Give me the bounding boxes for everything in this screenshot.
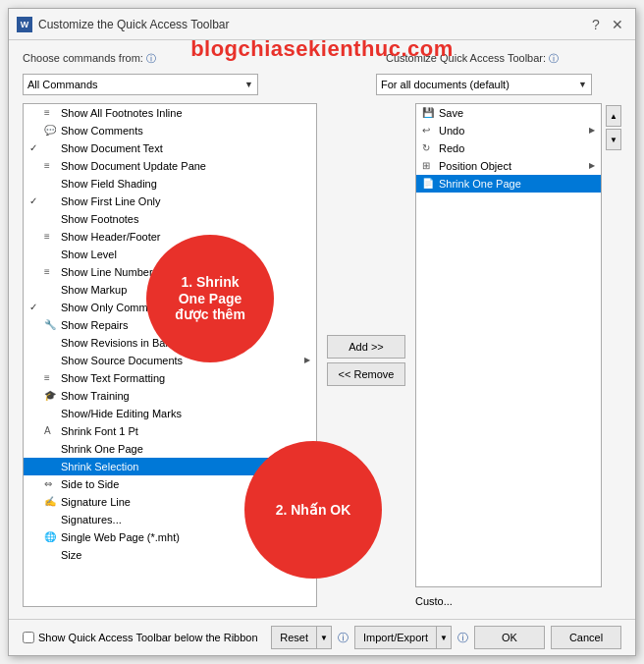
list-item[interactable]: Show Revisions in Balloons (24, 334, 316, 352)
toolbar-scope-arrow: ▼ (578, 80, 587, 89)
list-item[interactable]: Show Footnotes (24, 210, 316, 228)
list-item[interactable]: 🎓Show Training (24, 387, 316, 405)
item-label: Show First Line Only (61, 193, 310, 210)
item-label: Save (439, 104, 595, 122)
check-mark: ✓ (29, 299, 41, 316)
list-item[interactable]: ✓Show Document Text (24, 139, 316, 157)
item-icon: ↻ (422, 139, 436, 157)
item-icon: ⇔ (44, 475, 58, 493)
item-icon: 🔧 (44, 316, 58, 334)
import-export-button[interactable]: Import/Export (354, 626, 436, 649)
list-item[interactable]: Shrink Selection (24, 458, 316, 475)
list-item[interactable]: ⇔Side to Side (24, 475, 316, 493)
item-label: Show Header/Footer (61, 228, 310, 246)
item-label: Show Text Formatting (61, 369, 310, 387)
right-panel: 💾Save↩Undo▶↻Redo⊞Position Object▶📄Shrink… (415, 103, 621, 607)
list-item[interactable]: 💬Show Comments (24, 122, 316, 139)
toolbar-list-item[interactable]: ↻Redo (416, 139, 601, 157)
left-info-icon[interactable]: ⓘ (146, 53, 156, 64)
dialog-title: Customize the Quick Access Toolbar (38, 18, 230, 31)
add-button[interactable]: Add >> (327, 335, 405, 359)
labels-row: Choose commands from: ⓘ Customize Quick … (23, 52, 621, 66)
list-item[interactable]: Shrink One Page (24, 440, 316, 458)
show-below-ribbon-checkbox[interactable] (23, 632, 34, 643)
title-bar-left: W Customize the Quick Access Toolbar (17, 17, 230, 32)
list-item[interactable]: Show/Hide Editing Marks (24, 405, 316, 422)
import-export-arrow[interactable]: ▼ (436, 626, 452, 649)
item-label: Show Only Comments (61, 299, 310, 316)
check-mark: ✓ (29, 193, 41, 210)
item-label: Single Web Page (*.mht) (61, 528, 310, 546)
list-item[interactable]: ≡Show Line Numbers (24, 263, 316, 281)
list-item[interactable]: ≡Show Text Formatting (24, 369, 316, 387)
title-bar: W Customize the Quick Access Toolbar ? ✕ (9, 9, 635, 40)
item-label: Side to Side (61, 475, 310, 493)
remove-button[interactable]: << Remove (327, 362, 405, 386)
list-item[interactable]: 🔧Show Repairs (24, 316, 316, 334)
ok-button[interactable]: OK (474, 626, 545, 649)
list-item[interactable]: Signatures... (24, 511, 316, 528)
toolbar-list-item[interactable]: 💾Save (416, 104, 601, 122)
submenu-arrow: ▶ (589, 122, 595, 139)
right-list-area: 💾Save↩Undo▶↻Redo⊞Position Object▶📄Shrink… (415, 103, 621, 587)
item-label: Show Revisions in Balloons (61, 334, 310, 352)
item-label: Position Object (439, 157, 586, 175)
list-item[interactable]: ≡Show Header/Footer (24, 228, 316, 246)
list-item[interactable]: Show Field Shading (24, 175, 316, 193)
item-label: Show Markup (61, 281, 310, 299)
item-icon: ✍ (44, 493, 58, 511)
reset-button[interactable]: Reset (271, 626, 316, 649)
toolbar-list-item[interactable]: ↩Undo▶ (416, 122, 601, 139)
list-item[interactable]: 🌐Single Web Page (*.mht) (24, 528, 316, 546)
submenu-arrow: ▶ (304, 352, 310, 369)
title-bar-right: ? ✕ (586, 15, 627, 34)
toolbar-scope-dropdown[interactable]: For all documents (default) ▼ (376, 74, 592, 95)
commands-list[interactable]: ≡Show All Footnotes Inline💬Show Comments… (23, 103, 317, 607)
scroll-down-button[interactable]: ▼ (606, 129, 621, 150)
reset-info-icon[interactable]: ⓘ (338, 631, 349, 645)
right-info-icon[interactable]: ⓘ (549, 53, 559, 64)
import-export-button-group: Import/Export ▼ (354, 626, 452, 649)
list-item[interactable]: Show Level (24, 246, 316, 263)
item-icon: ≡ (44, 104, 58, 122)
close-button[interactable]: ✕ (608, 15, 627, 34)
item-label: Show Document Text (61, 139, 310, 157)
list-item[interactable]: Show Markup (24, 281, 316, 299)
reset-dropdown-arrow[interactable]: ▼ (316, 626, 332, 649)
right-label-block: Customize Quick Access Toolbar: ⓘ (386, 52, 559, 66)
scroll-up-button[interactable]: ▲ (606, 105, 621, 127)
item-icon: 🌐 (44, 528, 58, 546)
item-icon: 💬 (44, 122, 58, 139)
item-icon: 🎓 (44, 387, 58, 405)
item-icon: ↩ (422, 122, 436, 139)
list-item[interactable]: ≡Show Document Update Pane (24, 157, 316, 175)
commands-dropdown[interactable]: All Commands ▼ (23, 74, 258, 95)
toolbar-items-list[interactable]: 💾Save↩Undo▶↻Redo⊞Position Object▶📄Shrink… (415, 103, 602, 587)
list-item[interactable]: Size (24, 546, 316, 564)
item-label: Redo (439, 139, 595, 157)
item-label: Undo (439, 122, 586, 139)
dialog-content: Choose commands from: ⓘ Customize Quick … (9, 40, 635, 619)
toolbar-list-item[interactable]: ⊞Position Object▶ (416, 157, 601, 175)
toolbar-list-item[interactable]: 📄Shrink One Page (416, 175, 601, 193)
list-item[interactable]: ≡Show All Footnotes Inline (24, 104, 316, 122)
item-label: Show All Footnotes Inline (61, 104, 310, 122)
item-icon: ≡ (44, 263, 58, 281)
commands-dropdown-arrow: ▼ (244, 80, 253, 89)
dropdowns-row: All Commands ▼ For all documents (defaul… (23, 74, 621, 95)
item-icon: ≡ (44, 157, 58, 175)
list-item[interactable]: AShrink Font 1 Pt (24, 422, 316, 440)
item-label: Show Document Update Pane (61, 157, 310, 175)
right-label: Customize Quick Access Toolbar: ⓘ (386, 52, 559, 66)
help-button[interactable]: ? (586, 15, 606, 34)
check-mark: ✓ (29, 139, 41, 157)
list-item[interactable]: ✓Show Only Comments (24, 299, 316, 316)
list-item[interactable]: ✍Signature Line (24, 493, 316, 511)
item-icon: ≡ (44, 228, 58, 246)
import-info-icon[interactable]: ⓘ (457, 631, 468, 645)
cancel-button[interactable]: Cancel (551, 626, 621, 649)
item-label: Signatures... (61, 511, 310, 528)
list-item[interactable]: ✓Show First Line Only (24, 193, 316, 210)
item-label: Show Level (61, 246, 310, 263)
list-item[interactable]: Show Source Documents▶ (24, 352, 316, 369)
